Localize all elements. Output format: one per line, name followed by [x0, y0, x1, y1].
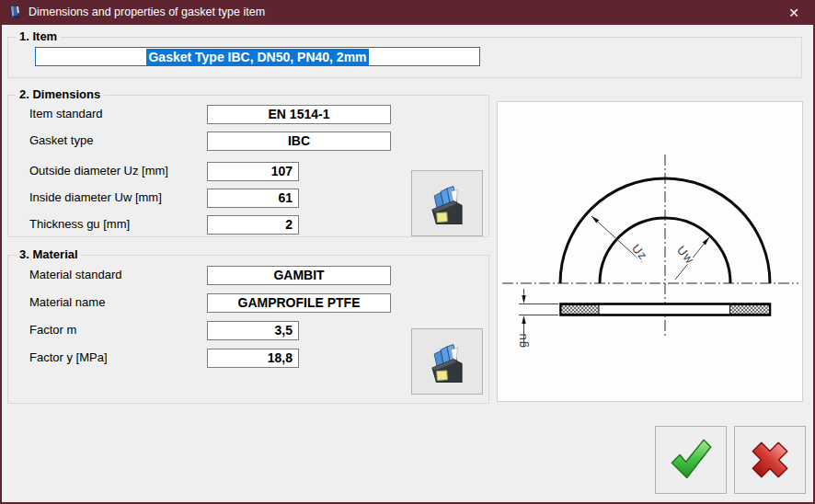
app-icon [7, 5, 22, 19]
inside-diameter-label: Inside diameter Uw [mm] [29, 189, 162, 207]
dialog-window: Dimensions and properties of gasket type… [0, 0, 815, 504]
title-bar: Dimensions and properties of gasket type… [0, 0, 815, 25]
gu-arrow-down [522, 295, 525, 304]
catalog-icon [426, 340, 468, 383]
material-standard-field[interactable]: GAMBIT [207, 266, 391, 285]
cross-icon [747, 437, 793, 483]
catalog-icon [426, 182, 468, 224]
cross-section-hatch-left [561, 305, 599, 315]
inside-diameter-field[interactable]: 61 [207, 189, 299, 208]
group-material-label: 3. Material [16, 247, 82, 262]
dimensions-catalog-button[interactable] [411, 170, 483, 236]
gu-dimension-label: gu [515, 333, 529, 348]
gasket-drawing-panel: gu Uz Uw [497, 101, 803, 402]
material-name-label: Material name [29, 293, 105, 312]
cross-section-hatch-right [730, 305, 770, 315]
group-item-label: 1. Item [16, 29, 61, 44]
window-title: Dimensions and properties of gasket type… [29, 0, 265, 25]
item-standard-field[interactable]: EN 1514-1 [207, 105, 391, 124]
item-name-input[interactable]: Gasket Type IBC, DN50, PN40, 2mm [35, 47, 480, 66]
material-name-field[interactable]: GAMPROFILE PTFE [207, 293, 391, 313]
outside-diameter-label: Outside diameter Uz [mm] [29, 162, 168, 180]
gu-arrow-up [522, 315, 525, 324]
factor-m-label: Factor m [29, 321, 76, 339]
material-standard-label: Material standard [29, 266, 121, 284]
material-catalog-button[interactable] [411, 328, 483, 395]
group-dimensions-label: 2. Dimensions [16, 87, 104, 102]
checkmark-icon [667, 438, 715, 482]
factor-y-label: Factor y [MPa] [29, 349, 108, 367]
factor-m-field[interactable]: 3,5 [207, 321, 299, 340]
gasket-type-field[interactable]: IBC [207, 132, 391, 151]
gu-extension-lines [519, 304, 558, 315]
cancel-button[interactable] [734, 426, 806, 494]
uz-dimension-label: Uz [629, 241, 650, 262]
gasket-type-label: Gasket type [29, 132, 93, 150]
uw-dimension-label: Uw [674, 243, 697, 267]
gasket-drawing: gu Uz Uw [498, 102, 802, 401]
item-name-selected-text: Gasket Type IBC, DN50, PN40, 2mm [146, 49, 368, 65]
thickness-field[interactable]: 2 [207, 215, 299, 235]
factor-y-field[interactable]: 18,8 [207, 349, 299, 368]
thickness-label: Thickness gu [mm] [29, 215, 130, 234]
outside-diameter-field[interactable]: 107 [207, 162, 299, 181]
item-standard-label: Item standard [29, 105, 103, 123]
ok-button[interactable] [655, 426, 727, 494]
close-button[interactable]: ✕ [773, 0, 815, 25]
